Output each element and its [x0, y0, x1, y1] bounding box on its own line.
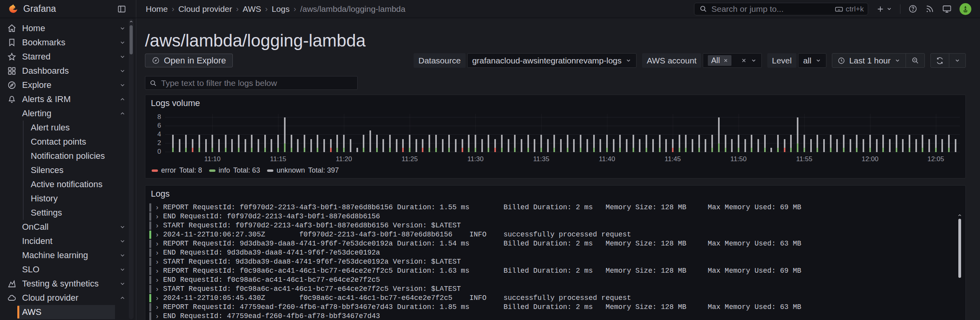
add-new-button[interactable] [876, 5, 892, 13]
scroll-up-icon[interactable] [129, 20, 133, 24]
chevron-down-icon[interactable] [119, 281, 126, 287]
chevron-down-icon[interactable] [119, 252, 126, 259]
sidebar-item-explore[interactable]: Explore [0, 78, 136, 92]
log-row[interactable]: ›START RequestId: f0c98a6c-ac41-46c1-bc7… [149, 285, 961, 294]
sidebar-scroll-thumb[interactable] [130, 25, 133, 54]
remove-tag-icon[interactable] [723, 58, 728, 63]
sidebar-toggle-icon[interactable] [117, 4, 126, 14]
chevron-up-icon[interactable] [119, 110, 126, 117]
sidebar-item-alerting[interactable]: Alerting [0, 106, 136, 121]
chevron-up-icon[interactable] [119, 295, 126, 301]
kiosk-mode-button[interactable] [942, 4, 952, 14]
expand-row-icon[interactable]: › [151, 267, 163, 275]
chevron-down-icon[interactable] [119, 82, 126, 88]
chevron-down-icon[interactable] [119, 54, 126, 60]
log-row[interactable]: ›2024-11-22T10:05:45.430Z f0c98a6c-ac41-… [149, 294, 961, 303]
chevron-down-icon[interactable] [119, 68, 126, 74]
legend-item-error[interactable]: errorTotal: 8 [152, 166, 202, 175]
log-row[interactable]: ›END RequestId: 47759ead-f260-4fb6-af78-… [149, 312, 961, 320]
expand-row-icon[interactable]: › [151, 249, 163, 257]
breadcrumb-item-home[interactable]: Home [146, 4, 168, 14]
log-row[interactable]: ›END RequestId: 9d3dba39-daa8-4741-9f6f-… [149, 248, 961, 257]
expand-row-icon[interactable]: › [151, 258, 163, 266]
log-filter[interactable] [145, 76, 358, 90]
open-in-explore-button[interactable]: Open in Explore [145, 54, 233, 67]
log-filter-input[interactable] [161, 78, 353, 88]
breadcrumb-item-aws[interactable]: AWS [243, 4, 261, 14]
sidebar-item-machine-learning[interactable]: Machine learning [0, 248, 136, 262]
sidebar-item-history[interactable]: History [0, 192, 136, 206]
expand-row-icon[interactable]: › [151, 276, 163, 284]
sidebar-item-alert-rules[interactable]: Alert rules [0, 121, 136, 135]
time-range-button[interactable]: Last 1 hour [832, 54, 906, 67]
sidebar-item-dashboards[interactable]: Dashboards [0, 64, 136, 78]
chevron-down-icon[interactable] [119, 224, 126, 230]
sidebar-item-notification-policies[interactable]: Notification policies [0, 149, 136, 163]
user-avatar[interactable] [960, 3, 971, 15]
volume-bar [264, 114, 266, 152]
log-row[interactable]: ›START RequestId: 9d3dba39-daa8-4741-9f6… [149, 257, 961, 266]
sidebar-item-active-notifications[interactable]: Active notifications [0, 177, 136, 192]
breadcrumb-item-logs[interactable]: Logs [272, 4, 290, 14]
logs-scroll-thumb[interactable] [958, 219, 961, 278]
datasource-select[interactable]: grafanacloud-awsintegrationrevamp-logs [467, 53, 637, 68]
sidebar-item-incident[interactable]: Incident [0, 234, 136, 248]
log-row[interactable]: ›2024-11-22T10:06:27.305Z f0f970d2-2213-… [149, 230, 961, 239]
chevron-down-icon[interactable] [119, 266, 126, 273]
chevron-down-icon[interactable] [119, 39, 126, 46]
log-row[interactable]: ›START RequestId: f0f970d2-2213-4af3-b0f… [149, 221, 961, 230]
level-select[interactable]: all [798, 53, 826, 68]
log-row[interactable]: ›REPORT RequestId: 47759ead-f260-4fb6-af… [149, 303, 961, 312]
expand-row-icon[interactable]: › [151, 222, 163, 230]
chevron-down-icon[interactable] [119, 238, 126, 244]
expand-row-icon[interactable]: › [151, 303, 163, 311]
log-row[interactable]: ›REPORT RequestId: f0f970d2-2213-4af3-b0… [149, 203, 961, 212]
sidebar-item-cloud-provider[interactable]: Cloud provider [0, 291, 136, 305]
log-row[interactable]: ›END RequestId: f0f970d2-2213-4af3-b0f1-… [149, 212, 961, 221]
account-tag[interactable]: All [708, 55, 731, 66]
refresh-button[interactable] [931, 54, 949, 67]
sidebar-item-contact-points[interactable]: Contact points [0, 135, 136, 149]
expand-row-icon[interactable]: › [151, 294, 163, 302]
sidebar-item-slo[interactable]: SLO [0, 262, 136, 277]
sidebar-item-aws[interactable]: AWS [0, 305, 136, 319]
grafana-logo-icon[interactable] [8, 4, 19, 14]
sidebar-item-bookmarks[interactable]: Bookmarks [0, 35, 136, 50]
expand-row-icon[interactable]: › [151, 313, 163, 320]
zoom-out-button[interactable] [906, 54, 924, 67]
sidebar-item-starred[interactable]: Starred [0, 50, 136, 64]
bar-segment-unknown [836, 139, 838, 152]
sidebar-item-testing-synthetics[interactable]: Testing & synthetics [0, 277, 136, 291]
chevron-up-icon[interactable] [119, 96, 126, 102]
logs-volume-header[interactable]: Logs volume [145, 95, 965, 112]
sidebar-item-alerts-irm[interactable]: Alerts & IRM [0, 92, 136, 106]
expand-row-icon[interactable]: › [151, 231, 163, 239]
scroll-up-icon[interactable] [958, 213, 962, 218]
breadcrumb-item-cloud-provider[interactable]: Cloud provider [178, 4, 232, 14]
logs-header[interactable]: Logs [145, 186, 965, 202]
refresh-interval-button[interactable] [949, 54, 965, 67]
aws-account-select[interactable]: All [703, 53, 761, 68]
expand-row-icon[interactable]: › [151, 204, 163, 212]
help-button[interactable] [908, 4, 917, 13]
legend-item-info[interactable]: infoTotal: 63 [209, 166, 260, 175]
clear-all-icon[interactable] [741, 58, 747, 63]
bar-segment-info [409, 148, 410, 152]
sidebar-item-home[interactable]: Home [0, 21, 136, 35]
global-search[interactable]: ctrl+k [694, 3, 868, 15]
log-row[interactable]: ›END RequestId: f0c98a6c-ac41-46c1-bc77-… [149, 275, 961, 285]
sidebar-item-oncall[interactable]: OnCall [0, 220, 136, 234]
sidebar-item-settings[interactable]: Settings [0, 206, 136, 220]
log-row[interactable]: ›REPORT RequestId: f0c98a6c-ac41-46c1-bc… [149, 266, 961, 275]
sidebar-item-silences[interactable]: Silences [0, 163, 136, 177]
sidebar-scrollbar[interactable] [129, 19, 134, 319]
search-input[interactable] [711, 4, 831, 14]
expand-row-icon[interactable]: › [151, 285, 163, 293]
legend-item-unknown[interactable]: unknownTotal: 397 [267, 166, 339, 175]
logs-scrollbar[interactable] [958, 203, 962, 320]
log-row[interactable]: ›REPORT RequestId: 9d3dba39-daa8-4741-9f… [149, 239, 961, 248]
expand-row-icon[interactable]: › [151, 213, 163, 221]
chevron-down-icon[interactable] [119, 25, 126, 32]
news-button[interactable] [925, 4, 934, 13]
expand-row-icon[interactable]: › [151, 240, 163, 248]
